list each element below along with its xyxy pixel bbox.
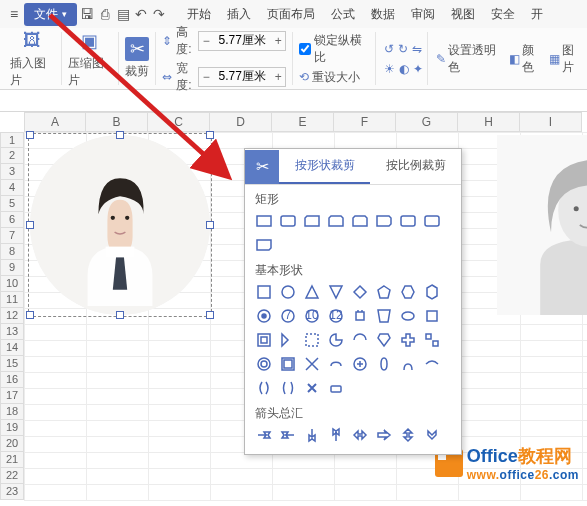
shape-arrow-6[interactable] bbox=[399, 426, 417, 444]
shape-basic-5[interactable] bbox=[375, 283, 393, 301]
row-18[interactable]: 18 bbox=[0, 404, 24, 420]
shape-basic-28[interactable] bbox=[351, 355, 369, 373]
shape-basic-19[interactable] bbox=[327, 331, 345, 349]
row-8[interactable]: 8 bbox=[0, 244, 24, 260]
shape-rect-5[interactable] bbox=[375, 212, 393, 230]
shape-rect-1[interactable] bbox=[279, 212, 297, 230]
column-headers[interactable]: A B C D E F G H I bbox=[24, 112, 587, 132]
tab-crop-by-ratio[interactable]: 按比例裁剪 bbox=[370, 149, 461, 184]
col-I[interactable]: I bbox=[520, 112, 582, 132]
color-button[interactable]: ◧ 颜色 bbox=[509, 42, 543, 76]
shape-basic-32[interactable] bbox=[255, 379, 273, 397]
effects-icon[interactable]: ✦ bbox=[413, 62, 423, 76]
set-transparent-button[interactable]: ✎ 设置透明色 bbox=[436, 42, 503, 76]
col-F[interactable]: F bbox=[334, 112, 396, 132]
handle-br[interactable] bbox=[206, 311, 214, 319]
shape-basic-9[interactable]: 7 bbox=[279, 307, 297, 325]
shape-rect-6[interactable] bbox=[399, 212, 417, 230]
shape-basic-8[interactable] bbox=[255, 307, 273, 325]
flip-h-icon[interactable]: ⇋ bbox=[412, 42, 422, 56]
shape-rect-8[interactable] bbox=[255, 236, 273, 254]
tab-formula[interactable]: 公式 bbox=[323, 2, 363, 27]
formula-bar[interactable] bbox=[0, 90, 587, 112]
shape-basic-22[interactable] bbox=[399, 331, 417, 349]
row-7[interactable]: 7 bbox=[0, 228, 24, 244]
width-increment[interactable]: + bbox=[271, 70, 285, 84]
tab-crop-by-shape[interactable]: 按形状裁剪 bbox=[279, 149, 370, 184]
shape-rect-2[interactable] bbox=[303, 212, 321, 230]
shape-basic-25[interactable] bbox=[279, 355, 297, 373]
height-increment[interactable]: + bbox=[271, 34, 285, 48]
dropdown-crop-icon[interactable]: ✂ bbox=[245, 150, 279, 184]
lock-ratio-checkbox[interactable]: 锁定纵横比 bbox=[299, 32, 369, 66]
shape-basic-21[interactable] bbox=[375, 331, 393, 349]
row-13[interactable]: 13 bbox=[0, 324, 24, 340]
rotate-right-icon[interactable]: ↻ bbox=[398, 42, 408, 56]
shape-arrow-7[interactable] bbox=[423, 426, 441, 444]
col-G[interactable]: G bbox=[396, 112, 458, 132]
row-19[interactable]: 19 bbox=[0, 420, 24, 436]
shape-basic-26[interactable] bbox=[303, 355, 321, 373]
row-10[interactable]: 10 bbox=[0, 276, 24, 292]
shape-basic-13[interactable] bbox=[375, 307, 393, 325]
shape-basic-30[interactable] bbox=[399, 355, 417, 373]
shape-basic-24[interactable] bbox=[255, 355, 273, 373]
row-23[interactable]: 23 bbox=[0, 484, 24, 500]
shape-rect-4[interactable] bbox=[351, 212, 369, 230]
row-15[interactable]: 15 bbox=[0, 356, 24, 372]
insert-picture-button[interactable]: 🖼 插入图片 bbox=[10, 29, 55, 89]
shape-basic-7[interactable] bbox=[423, 283, 441, 301]
shape-basic-29[interactable] bbox=[375, 355, 393, 373]
tab-security[interactable]: 安全 bbox=[483, 2, 523, 27]
shape-basic-27[interactable] bbox=[327, 355, 345, 373]
width-spinner[interactable]: − 5.77厘米 + bbox=[198, 67, 286, 87]
col-H[interactable]: H bbox=[458, 112, 520, 132]
row-14[interactable]: 14 bbox=[0, 340, 24, 356]
shape-basic-17[interactable] bbox=[279, 331, 297, 349]
preview-icon[interactable]: ▤ bbox=[115, 6, 131, 22]
selected-picture[interactable] bbox=[30, 135, 210, 315]
shape-basic-31[interactable] bbox=[423, 355, 441, 373]
shape-basic-15[interactable] bbox=[423, 307, 441, 325]
save-icon[interactable]: 🖫 bbox=[79, 6, 95, 22]
handle-l[interactable] bbox=[26, 221, 34, 229]
crop-button[interactable]: ✂ 裁剪 bbox=[125, 37, 149, 80]
shape-basic-4[interactable] bbox=[351, 283, 369, 301]
shape-arrow-5[interactable] bbox=[375, 426, 393, 444]
row-11[interactable]: 11 bbox=[0, 292, 24, 308]
shape-arrow-1[interactable] bbox=[279, 426, 297, 444]
handle-b[interactable] bbox=[116, 311, 124, 319]
portrait-image-2[interactable] bbox=[497, 135, 587, 315]
row-3[interactable]: 3 bbox=[0, 164, 24, 180]
compress-picture-button[interactable]: ▣ 压缩图片 bbox=[68, 29, 113, 89]
shape-basic-1[interactable] bbox=[279, 283, 297, 301]
undo-icon[interactable]: ↶ bbox=[133, 6, 149, 22]
file-menu[interactable]: 文件 ▾ bbox=[24, 3, 77, 26]
shape-basic-34[interactable] bbox=[303, 379, 321, 397]
handle-r[interactable] bbox=[206, 221, 214, 229]
shape-basic-6[interactable] bbox=[399, 283, 417, 301]
col-B[interactable]: B bbox=[86, 112, 148, 132]
menu-icon[interactable]: ≡ bbox=[6, 6, 22, 22]
shape-basic-18[interactable] bbox=[303, 331, 321, 349]
shape-basic-3[interactable] bbox=[327, 283, 345, 301]
tab-review[interactable]: 审阅 bbox=[403, 2, 443, 27]
row-17[interactable]: 17 bbox=[0, 388, 24, 404]
handle-tl[interactable] bbox=[26, 131, 34, 139]
row-12[interactable]: 12 bbox=[0, 308, 24, 324]
col-D[interactable]: D bbox=[210, 112, 272, 132]
shape-arrow-3[interactable] bbox=[327, 426, 345, 444]
shape-basic-0[interactable] bbox=[255, 283, 273, 301]
col-E[interactable]: E bbox=[272, 112, 334, 132]
lock-ratio-input[interactable] bbox=[299, 43, 311, 55]
row-headers[interactable]: 1 2 3 4 5 6 7 8 9 10 11 12 13 14 15 16 1… bbox=[0, 132, 24, 500]
reset-size-button[interactable]: ⟲ 重设大小 bbox=[299, 69, 360, 86]
brightness-icon[interactable]: ☀ bbox=[384, 62, 395, 76]
row-9[interactable]: 9 bbox=[0, 260, 24, 276]
tab-data[interactable]: 数据 bbox=[363, 2, 403, 27]
col-A[interactable]: A bbox=[24, 112, 86, 132]
handle-t[interactable] bbox=[116, 131, 124, 139]
row-5[interactable]: 5 bbox=[0, 196, 24, 212]
row-21[interactable]: 21 bbox=[0, 452, 24, 468]
contrast-icon[interactable]: ◐ bbox=[399, 62, 409, 76]
